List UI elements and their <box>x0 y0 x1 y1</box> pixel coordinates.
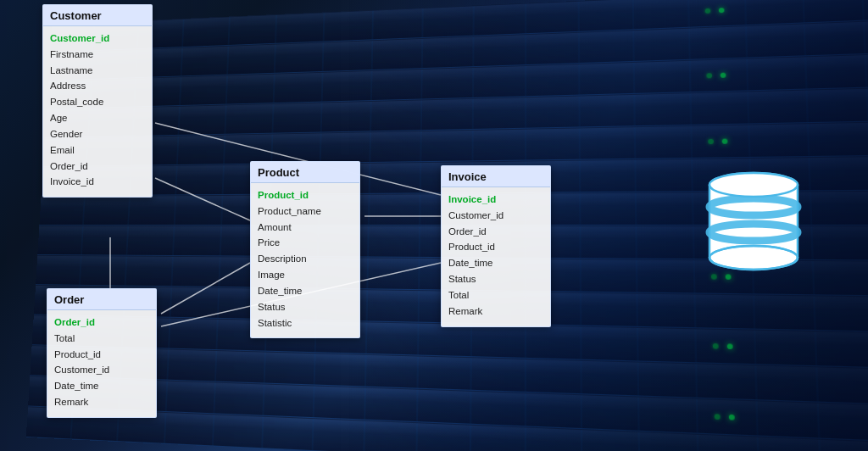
field-product-id: Product_id <box>258 188 353 203</box>
order-table-header: Order <box>47 289 156 310</box>
customer-table: Customer Customer_id Firstname Lastname … <box>42 4 153 198</box>
field-date-time-product: Date_time <box>258 284 353 299</box>
field-lastname: Lastname <box>50 64 145 79</box>
field-remark-ord: Remark <box>54 395 149 410</box>
field-price: Price <box>258 236 353 251</box>
field-invoice-id: Invoice_id <box>50 175 145 190</box>
field-postal-code: Postal_code <box>50 95 145 110</box>
product-table: Product Product_id Product_name Amount P… <box>250 161 360 338</box>
product-table-fields: Product_id Product_name Amount Price Des… <box>251 183 359 337</box>
field-order-id-ord: Order_id <box>54 315 149 331</box>
field-status-inv: Status <box>448 272 543 287</box>
order-table: Order Order_id Total Product_id Customer… <box>47 288 157 418</box>
field-remark-inv: Remark <box>448 304 543 320</box>
invoice-table-fields: Invoice_id Customer_id Order_id Product_… <box>442 187 550 326</box>
field-description: Description <box>258 252 353 267</box>
field-total-inv: Total <box>448 288 543 303</box>
field-order-id: Order_id <box>50 159 145 175</box>
field-product-id-inv: Product_id <box>448 240 543 255</box>
field-invoice-id: Invoice_id <box>448 192 543 208</box>
order-table-fields: Order_id Total Product_id Customer_id Da… <box>47 310 156 417</box>
field-image: Image <box>258 268 353 283</box>
product-table-header: Product <box>251 162 359 183</box>
field-gender: Gender <box>50 127 145 142</box>
field-status-product: Status <box>258 300 353 315</box>
database-icon <box>698 166 817 285</box>
field-customer-id-inv: Customer_id <box>448 209 543 224</box>
field-order-id-inv: Order_id <box>448 225 543 240</box>
field-age: Age <box>50 111 145 126</box>
field-amount: Amount <box>258 220 353 236</box>
field-firstname: Firstname <box>50 47 145 63</box>
field-product-id-ord: Product_id <box>54 348 149 363</box>
invoice-table: Invoice Invoice_id Customer_id Order_id … <box>441 165 551 327</box>
invoice-table-header: Invoice <box>442 166 550 187</box>
customer-table-fields: Customer_id Firstname Lastname Address P… <box>43 26 152 197</box>
field-date-time-inv: Date_time <box>448 256 543 271</box>
svg-point-16 <box>709 173 798 197</box>
field-total-ord: Total <box>54 331 149 347</box>
field-product-name: Product_name <box>258 204 353 220</box>
field-address: Address <box>50 79 145 94</box>
field-date-time-ord: Date_time <box>54 379 149 394</box>
field-customer-id: Customer_id <box>50 31 145 47</box>
customer-table-header: Customer <box>43 5 152 26</box>
field-customer-id-ord: Customer_id <box>54 363 149 378</box>
field-email: Email <box>50 143 145 159</box>
field-statistic: Statistic <box>258 316 353 331</box>
